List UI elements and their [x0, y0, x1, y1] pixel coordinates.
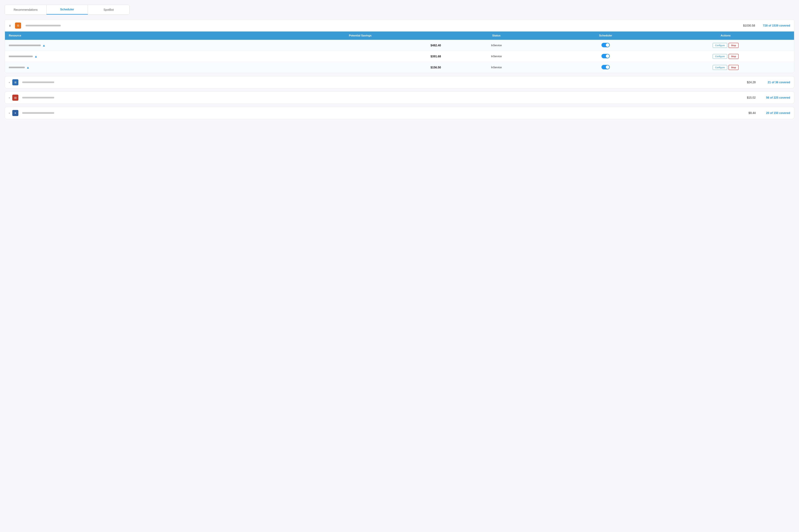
scheduler-toggle-3[interactable] — [552, 65, 660, 70]
collapsed-group-card-2: › ▤ $15.02 56 of 225 covered — [5, 92, 794, 104]
ec2-icon: ⧉ — [17, 24, 19, 27]
resource-cell-3: ▲ — [9, 66, 278, 69]
group-name-bar — [25, 25, 61, 26]
expand-chevron-2[interactable]: › — [9, 96, 10, 99]
tab-spotbot[interactable]: SpotBot — [88, 5, 129, 15]
toggle-1[interactable] — [602, 43, 610, 47]
group-covered-count: 728 of 1539 covered — [758, 24, 790, 27]
group-icon-orange: ⧉ — [15, 22, 21, 28]
collapsed-group-card-3: › ⎈ $9.44 20 of 150 covered — [5, 107, 794, 119]
group-icon-red: ▤ — [12, 95, 18, 101]
configure-button-2[interactable]: Configure — [713, 54, 727, 59]
actions-cell-2: Configure Stop — [661, 54, 790, 59]
resource-service-icon-3: ▲ — [26, 66, 30, 69]
expand-chevron-1[interactable]: › — [9, 81, 10, 84]
table-row: ▲ $391.68 InService Configure Stop — [5, 51, 794, 62]
group-icon-navy: ⎈ — [12, 110, 18, 116]
th-savings: Potential Savings — [280, 34, 441, 37]
collapsed-name-bar-3 — [22, 112, 54, 114]
collapsed-name-bar-2 — [22, 97, 54, 98]
resource-cell-2: ▲ — [9, 55, 278, 58]
tab-recommendations[interactable]: Recommendations — [5, 5, 46, 15]
kubernetes-icon: ⎈ — [15, 112, 16, 114]
th-status: Status — [442, 34, 550, 37]
resource-name-bar-3 — [9, 66, 25, 68]
status-2: InService — [442, 55, 550, 58]
actions-cell-1: Configure Stop — [661, 43, 790, 48]
group-total-amount: $1030.58 — [736, 24, 755, 27]
collapsed-amount-3: $9.44 — [748, 111, 756, 115]
collapsed-covered-2: 56 of 225 covered — [758, 96, 790, 99]
collapsed-covered-3: 20 of 150 covered — [758, 111, 790, 115]
collapsed-group-1-row: › ⊞ $24.28 21 of 36 covered — [5, 76, 794, 88]
resource-name-bar-2 — [9, 56, 33, 57]
resource-service-icon-2: ▲ — [34, 55, 38, 58]
toggle-2[interactable] — [602, 54, 610, 58]
configure-button-3[interactable]: Configure — [713, 65, 727, 70]
savings-3: $156.50 — [280, 66, 441, 69]
actions-cell-3: Configure Stop — [661, 65, 790, 70]
collapsed-covered-1: 21 of 36 covered — [758, 81, 790, 84]
th-scheduler: Scheduler — [552, 34, 660, 37]
scheduler-toggle-1[interactable] — [552, 43, 660, 48]
table-header: Resource Potential Savings Status Schedu… — [5, 32, 794, 40]
th-resource: Resource — [9, 34, 278, 37]
toggle-3[interactable] — [602, 65, 610, 69]
stop-button-1[interactable]: Stop — [728, 43, 739, 48]
tab-scheduler[interactable]: Scheduler — [46, 5, 88, 15]
collapsed-group-3-row: › ⎈ $9.44 20 of 150 covered — [5, 107, 794, 119]
configure-button-1[interactable]: Configure — [713, 43, 727, 48]
collapsed-amount-1: $24.28 — [747, 81, 756, 84]
resource-service-icon-1: ▲ — [42, 44, 45, 47]
expand-chevron-3[interactable]: › — [9, 111, 10, 115]
rds-icon: ▤ — [14, 96, 17, 99]
collapsed-group-2-row: › ▤ $15.02 56 of 225 covered — [5, 92, 794, 103]
stop-button-2[interactable]: Stop — [728, 54, 739, 59]
expanded-group-summary: ∨ ⧉ $1030.58 728 of 1539 covered — [5, 20, 794, 32]
th-actions: Actions — [661, 34, 790, 37]
tabs-container: Recommendations Scheduler SpotBot — [5, 5, 130, 15]
stop-button-3[interactable]: Stop — [728, 65, 739, 70]
resource-name-bar-1 — [9, 44, 41, 46]
collapsed-amount-2: $15.02 — [747, 96, 756, 99]
scheduler-toggle-2[interactable] — [552, 54, 660, 59]
savings-2: $391.68 — [280, 55, 441, 58]
collapsed-group-card-1: › ⊞ $24.28 21 of 36 covered — [5, 76, 794, 88]
expanded-group-card: ∨ ⧉ $1030.58 728 of 1539 covered Resourc… — [5, 19, 794, 73]
table-row: ▲ $482.40 InService Configure Stop — [5, 40, 794, 51]
ecs-icon: ⊞ — [14, 81, 17, 84]
collapsed-name-bar-1 — [22, 81, 54, 83]
collapse-chevron[interactable]: ∨ — [9, 24, 11, 27]
status-3: InService — [442, 66, 550, 69]
group-icon-blue: ⊞ — [12, 79, 18, 86]
resource-cell-1: ▲ — [9, 44, 278, 47]
savings-1: $482.40 — [280, 44, 441, 47]
table-row: ▲ $156.50 InService Configure Stop — [5, 62, 794, 73]
status-1: InService — [442, 44, 550, 47]
